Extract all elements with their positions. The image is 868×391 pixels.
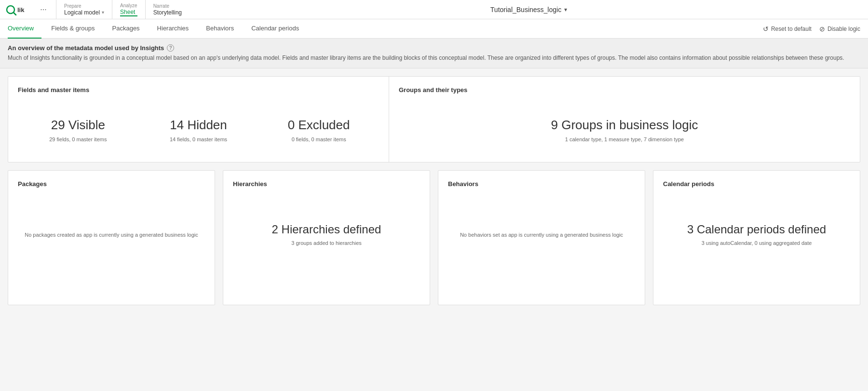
fields-master-items-card: Fields and master items 29 Visible 29 fi… <box>8 77 389 162</box>
calendar-periods-description: 3 using autoCalendar, 0 using aggregated… <box>702 239 812 247</box>
packages-card: Packages No packages created as app is c… <box>8 170 215 305</box>
behaviors-card: Behaviors No behaviors set as app is cur… <box>438 170 645 305</box>
prepare-label: Prepare <box>64 3 104 9</box>
hidden-label: 14 fields, 0 master items <box>170 136 227 142</box>
packages-title: Packages <box>18 180 205 188</box>
svg-line-1 <box>14 13 16 15</box>
analyze-label: Analyze <box>120 3 137 9</box>
app-title-dropdown-icon: ▾ <box>564 6 567 13</box>
app-title-area[interactable]: Tutorial_Business_logic ▾ <box>190 6 868 13</box>
prepare-chevron: ▾ <box>102 10 104 15</box>
hierarchies-card: Hierarchies 2 Hierarchies defined 3 grou… <box>223 170 430 305</box>
tab-hierarchies[interactable]: Hierarchies <box>149 19 197 39</box>
disable-icon: ⊘ <box>819 25 825 33</box>
packages-description: No packages created as app is currently … <box>25 231 198 239</box>
fields-stats-row: 29 Visible 29 fields, 0 master items 14 … <box>18 108 379 152</box>
prepare-nav-section[interactable]: Prepare Logical model ▾ <box>56 0 112 19</box>
more-icon: ··· <box>40 5 46 14</box>
excluded-stat: 0 Excluded 0 fields, 0 master items <box>258 108 379 152</box>
groups-number: 9 Groups in business logic <box>404 118 845 133</box>
more-options-button[interactable]: ··· <box>37 3 50 16</box>
behaviors-title: Behaviors <box>448 180 635 188</box>
calendar-periods-number: 3 Calendar periods defined <box>687 223 826 236</box>
row2-cards: Packages No packages created as app is c… <box>8 170 860 305</box>
groups-label: 1 calendar type, 1 measure type, 7 dimen… <box>565 136 684 142</box>
calendar-periods-content: 3 Calendar periods defined 3 using autoC… <box>663 191 850 278</box>
qlik-logo: lik <box>6 4 33 15</box>
reset-to-default-button[interactable]: ↺ Reset to default <box>763 25 812 33</box>
tab-packages[interactable]: Packages <box>105 19 148 39</box>
packages-content: No packages created as app is currently … <box>18 191 205 278</box>
hierarchies-description: 3 groups added to hierarchies <box>291 239 362 247</box>
hidden-stat: 14 Hidden 14 fields, 0 master items <box>138 108 259 152</box>
row1-cards: Fields and master items 29 Visible 29 fi… <box>8 76 860 162</box>
excluded-number: 0 Excluded <box>263 118 374 133</box>
groups-card-title: Groups and their types <box>399 86 850 94</box>
groups-stats-row: 9 Groups in business logic 1 calendar ty… <box>399 108 850 152</box>
hidden-number: 14 Hidden <box>143 118 254 133</box>
tab-actions: ↺ Reset to default ⊘ Disable logic <box>763 25 860 33</box>
calendar-periods-title: Calendar periods <box>663 180 850 188</box>
analyze-value: Sheet <box>120 9 137 16</box>
hierarchies-title: Hierarchies <box>233 180 420 188</box>
visible-number: 29 Visible <box>23 118 134 133</box>
reset-icon: ↺ <box>763 25 769 33</box>
groups-types-card: Groups and their types 9 Groups in busin… <box>389 77 860 162</box>
hierarchies-number: 2 Hierarchies defined <box>272 223 381 236</box>
help-icon[interactable]: ? <box>167 44 174 52</box>
behaviors-content: No behaviors set as app is currently usi… <box>448 191 635 278</box>
secondary-navigation: Overview Fields & groups Packages Hierar… <box>0 19 868 39</box>
disable-logic-button[interactable]: ⊘ Disable logic <box>819 25 860 33</box>
info-banner-description: Much of Insights functionality is ground… <box>8 54 860 62</box>
tab-behaviors[interactable]: Behaviors <box>198 19 242 39</box>
tab-calendar-periods[interactable]: Calendar periods <box>244 19 307 39</box>
narrate-nav-section[interactable]: Narrate Storytelling <box>145 0 190 19</box>
behaviors-description: No behaviors set as app is currently usi… <box>460 231 623 239</box>
fields-card-title: Fields and master items <box>18 86 379 94</box>
calendar-periods-card: Calendar periods 3 Calendar periods defi… <box>653 170 860 305</box>
app-title: Tutorial_Business_logic <box>490 6 561 13</box>
tab-fields-groups[interactable]: Fields & groups <box>43 19 102 39</box>
info-banner: An overview of the metadata model used b… <box>0 39 868 68</box>
main-content: Fields and master items 29 Visible 29 fi… <box>0 68 868 313</box>
hierarchies-content: 2 Hierarchies defined 3 groups added to … <box>233 191 420 278</box>
groups-stat: 9 Groups in business logic 1 calendar ty… <box>399 108 850 152</box>
excluded-label: 0 fields, 0 master items <box>292 136 346 142</box>
narrate-label: Narrate <box>153 3 182 9</box>
info-banner-title: An overview of the metadata model used b… <box>8 44 860 52</box>
svg-text:lik: lik <box>17 6 25 13</box>
visible-stat: 29 Visible 29 fields, 0 master items <box>18 108 138 152</box>
visible-label: 29 fields, 0 master items <box>49 136 107 142</box>
prepare-value: Logical model ▾ <box>64 9 104 16</box>
tab-overview[interactable]: Overview <box>8 19 41 39</box>
top-navigation-bar: lik ··· Prepare Logical model ▾ Analyze … <box>0 0 868 19</box>
analyze-nav-section[interactable]: Analyze Sheet <box>112 0 145 19</box>
narrate-value: Storytelling <box>153 9 182 16</box>
